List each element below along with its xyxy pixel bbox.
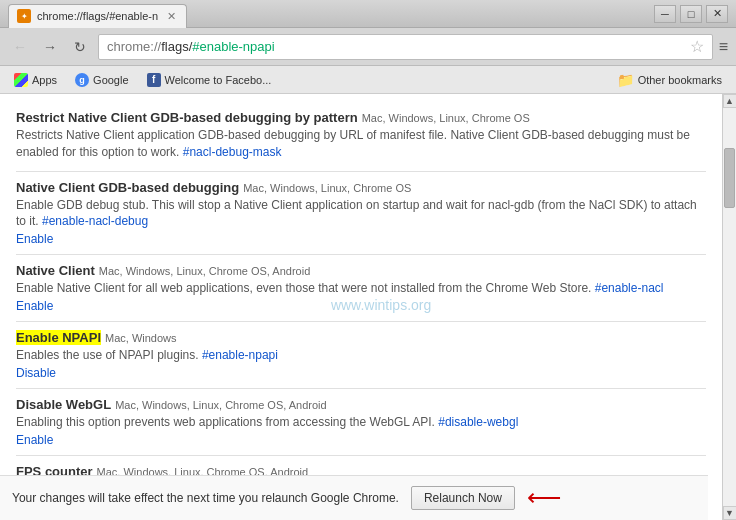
flag-platforms: Mac, Windows <box>105 332 177 344</box>
scrollbar-track[interactable] <box>723 108 736 506</box>
address-scheme: chrome:// <box>107 39 161 54</box>
bottom-bar: Your changes will take effect the next t… <box>0 475 708 520</box>
arrow-icon: ⟵ <box>527 484 561 512</box>
other-bookmarks[interactable]: 📁 Other bookmarks <box>611 70 728 90</box>
flag-anchor-link[interactable]: #disable-webgl <box>438 415 518 429</box>
apps-icon <box>14 73 28 87</box>
tab-favicon: ✦ <box>17 9 31 23</box>
other-bookmarks-label: Other bookmarks <box>638 74 722 86</box>
apps-label: Apps <box>32 74 57 86</box>
flag-anchor-link[interactable]: #nacl-debug-mask <box>183 145 282 159</box>
tab-close-button[interactable]: ✕ <box>164 9 178 23</box>
flag-section: Native Client GDB-based debuggingMac, Wi… <box>16 172 706 256</box>
flag-description: Restricts Native Client application GDB-… <box>16 127 706 161</box>
title-bar: ✦ chrome://flags/#enable-n ✕ ─ □ ✕ <box>0 0 736 28</box>
flag-section: Disable WebGLMac, Windows, Linux, Chrome… <box>16 389 706 456</box>
flag-platforms: Mac, Windows, Linux, Chrome OS <box>362 112 530 124</box>
folder-icon: 📁 <box>617 72 634 88</box>
maximize-button[interactable]: □ <box>680 5 702 23</box>
flag-description: Enable GDB debug stub. This will stop a … <box>16 197 706 231</box>
bookmarks-bar: Apps g Google f Welcome to Facebo... 📁 O… <box>0 66 736 94</box>
flag-action-link[interactable]: Disable <box>16 366 706 380</box>
flag-name: Native Client <box>16 263 95 278</box>
bookmark-facebook[interactable]: f Welcome to Facebo... <box>141 71 278 89</box>
active-tab[interactable]: ✦ chrome://flags/#enable-n ✕ <box>8 4 187 28</box>
flag-anchor-link[interactable]: #enable-nacl-debug <box>42 214 148 228</box>
flag-description: Enable Native Client for all web applica… <box>16 280 706 297</box>
address-path: flags/ <box>161 39 192 54</box>
minimize-button[interactable]: ─ <box>654 5 676 23</box>
address-fragment: #enable-npapi <box>192 39 274 54</box>
chrome-menu-button[interactable]: ≡ <box>719 38 728 56</box>
flag-header: Enable NPAPIMac, Windows <box>16 330 706 345</box>
bookmark-google[interactable]: g Google <box>69 71 134 89</box>
bookmark-star-button[interactable]: ☆ <box>690 37 704 56</box>
flag-header: Native Client GDB-based debuggingMac, Wi… <box>16 180 706 195</box>
flag-platforms: Mac, Windows, Linux, Chrome OS, Android <box>115 399 327 411</box>
flag-description: Enables the use of NPAPI plugins. #enabl… <box>16 347 706 364</box>
flag-action-link[interactable]: Enable <box>16 232 706 246</box>
scrollbar-down-button[interactable]: ▼ <box>723 506 737 520</box>
google-icon: g <box>75 73 89 87</box>
flag-header: Native ClientMac, Windows, Linux, Chrome… <box>16 263 706 278</box>
flag-header: Restrict Native Client GDB-based debuggi… <box>16 110 706 125</box>
scrollbar-thumb[interactable] <box>724 148 735 208</box>
page-content: Restrict Native Client GDB-based debuggi… <box>0 94 722 520</box>
scrollbar-up-button[interactable]: ▲ <box>723 94 737 108</box>
flag-action-link[interactable]: Enable <box>16 299 706 313</box>
bookmark-apps[interactable]: Apps <box>8 71 63 89</box>
flag-action-link[interactable]: Enable <box>16 433 706 447</box>
flag-name: Native Client GDB-based debugging <box>16 180 239 195</box>
navigation-bar: ← → ↻ chrome://flags/#enable-npapi ☆ ≡ <box>0 28 736 66</box>
facebook-label: Welcome to Facebo... <box>165 74 272 86</box>
forward-button[interactable]: → <box>38 35 62 59</box>
google-label: Google <box>93 74 128 86</box>
flag-description: Enabling this option prevents web applic… <box>16 414 706 431</box>
flag-section: Restrict Native Client GDB-based debuggi… <box>16 102 706 172</box>
flags-list: Restrict Native Client GDB-based debuggi… <box>0 94 722 520</box>
reload-button[interactable]: ↻ <box>68 35 92 59</box>
flag-name: Restrict Native Client GDB-based debuggi… <box>16 110 358 125</box>
flag-name: Disable WebGL <box>16 397 111 412</box>
close-button[interactable]: ✕ <box>706 5 728 23</box>
flag-anchor-link[interactable]: #enable-nacl <box>595 281 664 295</box>
relaunch-message: Your changes will take effect the next t… <box>12 491 399 505</box>
back-button[interactable]: ← <box>8 35 32 59</box>
flag-section: Enable NPAPIMac, WindowsEnables the use … <box>16 322 706 389</box>
tab-area: ✦ chrome://flags/#enable-n ✕ <box>8 0 654 28</box>
address-text: chrome://flags/#enable-npapi <box>107 39 686 54</box>
relaunch-now-button[interactable]: Relaunch Now <box>411 486 515 510</box>
flag-section: Native ClientMac, Windows, Linux, Chrome… <box>16 255 706 322</box>
scrollbar[interactable]: ▲ ▼ <box>722 94 736 520</box>
flag-header: Disable WebGLMac, Windows, Linux, Chrome… <box>16 397 706 412</box>
flag-anchor-link[interactable]: #enable-npapi <box>202 348 278 362</box>
flag-platforms: Mac, Windows, Linux, Chrome OS <box>243 182 411 194</box>
flag-platforms: Mac, Windows, Linux, Chrome OS, Android <box>99 265 311 277</box>
tab-title: chrome://flags/#enable-n <box>37 10 158 22</box>
content-wrapper: Restrict Native Client GDB-based debuggi… <box>0 94 736 520</box>
flag-name: Enable NPAPI <box>16 330 101 345</box>
facebook-icon: f <box>147 73 161 87</box>
window-controls: ─ □ ✕ <box>654 5 728 23</box>
address-bar[interactable]: chrome://flags/#enable-npapi ☆ <box>98 34 713 60</box>
